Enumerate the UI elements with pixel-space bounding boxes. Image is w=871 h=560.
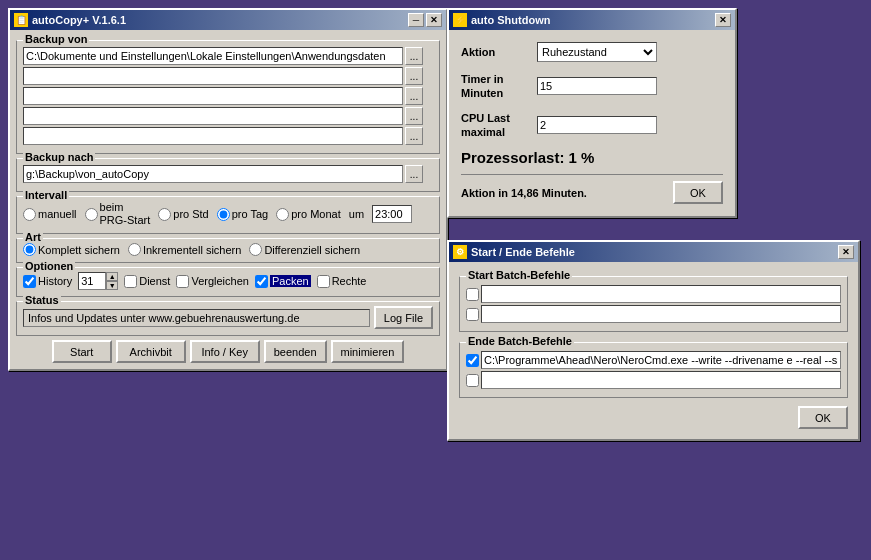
backup-nach-group: Backup nach ...	[16, 158, 440, 192]
start-ende-window: ⚙ Start / Ende Befehle ✕ Start Batch-Bef…	[447, 240, 860, 441]
minimieren-btn[interactable]: minimieren	[331, 340, 405, 363]
packen-check[interactable]: Packen	[255, 275, 311, 288]
backup-von-input-5[interactable]	[23, 127, 403, 145]
art-komplett[interactable]: Komplett sichern	[23, 243, 120, 256]
intervall-prg-start[interactable]: beimPRG-Start	[85, 201, 151, 227]
backup-von-label: Backup von	[23, 33, 89, 45]
start-ende-title: Start / Ende Befehle	[471, 246, 575, 258]
status-label: Status	[23, 294, 61, 306]
art-inkrementell[interactable]: Inkrementell sichern	[128, 243, 241, 256]
ende-batch-input-2[interactable]	[481, 371, 841, 389]
dienst-label: Dienst	[139, 275, 170, 287]
history-label: History	[38, 275, 72, 287]
aktion-label: Aktion	[461, 46, 521, 58]
shutdown-ok-btn[interactable]: OK	[673, 181, 723, 204]
backup-von-input-4[interactable]	[23, 107, 403, 125]
autocopy-window: 📋 autoCopy+ V.1.6.1 ─ ✕ Backup von ... .…	[8, 8, 448, 371]
ende-batch-check-2[interactable]	[466, 374, 479, 387]
timer-input[interactable]	[537, 77, 657, 95]
cpu-last-label: CPU Last maximal	[461, 111, 521, 140]
vergleichen-check[interactable]: Vergleichen	[176, 275, 249, 288]
vergleichen-label: Vergleichen	[191, 275, 249, 287]
autocopy-title: autoCopy+ V.1.6.1	[32, 14, 126, 26]
autocopy-icon: 📋	[14, 13, 28, 27]
log-file-btn[interactable]: Log File	[374, 306, 433, 329]
packen-label: Packen	[270, 275, 311, 287]
start-batch-check-2[interactable]	[466, 308, 479, 321]
backup-von-input-3[interactable]	[23, 87, 403, 105]
shutdown-close-btn[interactable]: ✕	[715, 13, 731, 27]
cpu-last-input[interactable]	[537, 116, 657, 134]
backup-nach-input[interactable]	[23, 165, 403, 183]
intervall-pro-monat[interactable]: pro Monat	[276, 208, 341, 221]
art-radios: Komplett sichern Inkrementell sichern Di…	[23, 243, 433, 256]
start-batch-check-1[interactable]	[466, 288, 479, 301]
dienst-check[interactable]: Dienst	[124, 275, 170, 288]
prozessorlast-label: Prozessorlast:	[461, 149, 564, 166]
backup-von-input-1[interactable]	[23, 47, 403, 65]
backup-von-row-5: ...	[23, 127, 433, 145]
timer-label: Timer in Minuten	[461, 72, 521, 101]
shutdown-title: auto Shutdown	[471, 14, 550, 26]
aktion-in-text: Aktion in 14,86 Minuten.	[461, 187, 587, 199]
backup-von-row-2: ...	[23, 67, 433, 85]
history-spin-up[interactable]: ▲	[106, 272, 118, 281]
backup-von-row-3: ...	[23, 87, 433, 105]
intervall-um-value[interactable]	[372, 205, 412, 223]
ende-batch-group: Ende Batch-Befehle	[459, 342, 848, 398]
intervall-radios: manuell beimPRG-Start pro Std pro Tag pr…	[23, 201, 433, 227]
autocopy-minimize-btn[interactable]: ─	[408, 13, 424, 27]
history-spinbox: ▲ ▼	[78, 272, 118, 290]
backup-von-browse-4[interactable]: ...	[405, 107, 423, 125]
ende-batch-check-1[interactable]	[466, 354, 479, 367]
beenden-btn[interactable]: beenden	[264, 340, 327, 363]
backup-von-browse-5[interactable]: ...	[405, 127, 423, 145]
intervall-manuell[interactable]: manuell	[23, 208, 77, 221]
bottom-buttons: Start Archivbit Info / Key beenden minim…	[16, 340, 440, 363]
backup-von-row-1: ...	[23, 47, 433, 65]
aktion-select[interactable]: Ruhezustand Herunterfahren Neustart Abme…	[537, 42, 657, 62]
start-ende-title-bar: ⚙ Start / Ende Befehle ✕	[449, 242, 858, 262]
ende-batch-input-1[interactable]	[481, 351, 841, 369]
art-group: Art Komplett sichern Inkrementell sicher…	[16, 238, 440, 263]
optionen-group: Optionen History ▲ ▼ Dienst	[16, 267, 440, 297]
prozessorlast-value: 1 %	[569, 149, 595, 166]
intervall-label: Intervall	[23, 189, 69, 201]
status-group: Status Infos und Updates unter www.gebue…	[16, 301, 440, 336]
status-text: Infos und Updates unter www.gebuehrenaus…	[23, 309, 370, 327]
backup-von-row-4: ...	[23, 107, 433, 125]
intervall-pro-std[interactable]: pro Std	[158, 208, 208, 221]
intervall-group: Intervall manuell beimPRG-Start pro Std …	[16, 196, 440, 234]
info-key-btn[interactable]: Info / Key	[190, 340, 260, 363]
shutdown-window: ⚡ auto Shutdown ✕ Aktion Ruhezustand Her…	[447, 8, 737, 218]
start-batch-input-2[interactable]	[481, 305, 841, 323]
autocopy-close-btn[interactable]: ✕	[426, 13, 442, 27]
optionen-label: Optionen	[23, 260, 75, 272]
archivbit-btn[interactable]: Archivbit	[116, 340, 186, 363]
history-spin-down[interactable]: ▼	[106, 281, 118, 290]
rechte-check[interactable]: Rechte	[317, 275, 367, 288]
backup-von-input-2[interactable]	[23, 67, 403, 85]
backup-nach-row: ...	[23, 165, 433, 183]
start-btn[interactable]: Start	[52, 340, 112, 363]
start-batch-input-1[interactable]	[481, 285, 841, 303]
backup-nach-browse[interactable]: ...	[405, 165, 423, 183]
start-ende-close-btn[interactable]: ✕	[838, 245, 854, 259]
backup-von-group: Backup von ... ... ... ... ...	[16, 40, 440, 154]
backup-von-browse-3[interactable]: ...	[405, 87, 423, 105]
backup-von-browse-1[interactable]: ...	[405, 47, 423, 65]
intervall-um-label: um	[349, 208, 364, 220]
start-batch-label: Start Batch-Befehle	[466, 269, 572, 281]
art-differenziell[interactable]: Differenziell sichern	[249, 243, 360, 256]
history-value[interactable]	[78, 272, 106, 290]
intervall-pro-tag[interactable]: pro Tag	[217, 208, 269, 221]
backup-nach-label: Backup nach	[23, 151, 95, 163]
shutdown-icon: ⚡	[453, 13, 467, 27]
start-ende-icon: ⚙	[453, 245, 467, 259]
history-check[interactable]: History	[23, 275, 72, 288]
ende-batch-label: Ende Batch-Befehle	[466, 335, 574, 347]
backup-von-browse-2[interactable]: ...	[405, 67, 423, 85]
shutdown-separator	[461, 174, 723, 175]
start-ende-ok-btn[interactable]: OK	[798, 406, 848, 429]
shutdown-title-bar: ⚡ auto Shutdown ✕	[449, 10, 735, 30]
